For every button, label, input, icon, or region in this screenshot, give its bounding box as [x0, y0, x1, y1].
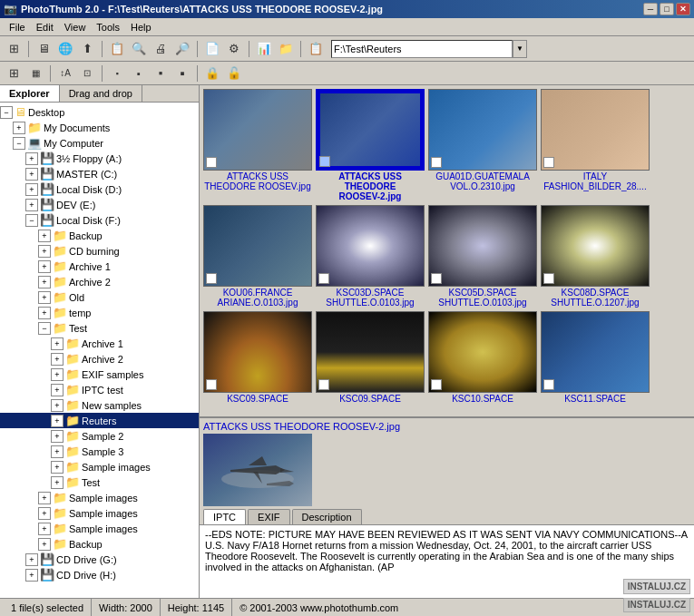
thumb-checkbox-t7[interactable]	[431, 273, 442, 284]
thumbnail-t12[interactable]: KSC11.SPACE	[541, 311, 650, 404]
expand-icon-30[interactable]: +	[25, 569, 38, 582]
thumb-checkbox-t5[interactable]	[206, 273, 217, 284]
expand-icon-19[interactable]: +	[51, 399, 64, 412]
tree-item-30[interactable]: +💾CD Drive (H:)	[0, 567, 199, 582]
expand-icon-22[interactable]: +	[51, 445, 64, 458]
thumb-checkbox-t9[interactable]	[206, 379, 217, 390]
sidebar-tab-explorer[interactable]: Explorer	[0, 85, 60, 102]
tree-item-23[interactable]: +📁Sample images	[0, 459, 199, 474]
thumb-checkbox-t4[interactable]	[543, 157, 554, 168]
thumb-checkbox-t11[interactable]	[431, 379, 442, 390]
tree-item-16[interactable]: +📁Archive 2	[0, 351, 199, 367]
expand-icon-13[interactable]: +	[38, 307, 51, 319]
tree-item-15[interactable]: +📁Archive 1	[0, 336, 199, 351]
tool2[interactable]: ⚙	[224, 39, 244, 59]
view-button[interactable]: 📋	[306, 39, 326, 59]
menu-help[interactable]: Help	[125, 20, 157, 34]
tree-item-25[interactable]: +📁Sample images	[0, 490, 199, 505]
expand-icon-23[interactable]: +	[51, 461, 64, 474]
tree-item-21[interactable]: +📁Sample 2	[0, 428, 199, 444]
thumbnail-t7[interactable]: KSC05D.SPACE SHUTTLE.O.0103.jpg	[428, 205, 537, 308]
tree-item-8[interactable]: +📁Backup	[0, 228, 199, 243]
expand-icon-3[interactable]: +	[25, 152, 38, 165]
tool3[interactable]: 📊	[254, 39, 274, 59]
view-mode-1[interactable]: ⊞	[4, 64, 24, 83]
thumbnail-t1[interactable]: ATTACKS USS THEODORE ROOSEV.jpg	[203, 89, 312, 201]
tool1[interactable]: 📄	[202, 39, 222, 59]
close-button[interactable]: ✕	[676, 3, 690, 15]
size-small[interactable]: ▪	[107, 64, 127, 83]
thumbnail-t10[interactable]: KSC09.SPACE	[316, 311, 425, 404]
menu-view[interactable]: View	[59, 20, 92, 34]
tree-item-24[interactable]: +📁Test	[0, 474, 199, 490]
expand-icon-26[interactable]: +	[38, 507, 51, 520]
expand-icon-18[interactable]: +	[51, 384, 64, 396]
tree-item-29[interactable]: +💾CD Drive (G:)	[0, 552, 199, 567]
menu-edit[interactable]: Edit	[31, 20, 59, 34]
view-thumbnails-button[interactable]: ⊞	[4, 39, 24, 59]
expand-icon-20[interactable]: +	[51, 415, 64, 427]
expand-icon-29[interactable]: +	[25, 553, 38, 566]
thumbnail-t3[interactable]: GUA01D.GUATEMALA VOL.O.2310.jpg	[428, 89, 537, 201]
tree-item-7[interactable]: −💾Local Disk (F:)	[0, 212, 199, 228]
expand-icon-14[interactable]: −	[38, 322, 51, 335]
thumbnail-t9[interactable]: KSC09.SPACE	[203, 311, 312, 404]
thumb-checkbox-t2[interactable]	[319, 156, 330, 167]
expand-icon-12[interactable]: +	[38, 291, 51, 304]
menu-file[interactable]: File	[4, 20, 31, 34]
tree-item-28[interactable]: +📁Backup	[0, 536, 199, 552]
tree-item-10[interactable]: +📁Archive 1	[0, 259, 199, 274]
expand-icon-17[interactable]: +	[51, 368, 64, 381]
tree-item-2[interactable]: −💻My Computer	[0, 135, 199, 151]
tree-item-11[interactable]: +📁Archive 2	[0, 274, 199, 289]
expand-icon-24[interactable]: +	[51, 476, 64, 489]
view-mode-2[interactable]: ▦	[25, 64, 45, 83]
tree-item-12[interactable]: +📁Old	[0, 289, 199, 305]
zoom-button[interactable]: 🔎	[172, 39, 192, 59]
minimize-button[interactable]: ─	[643, 3, 658, 15]
maximize-button[interactable]: □	[660, 3, 674, 15]
sidebar-tab-dragdrop[interactable]: Drag and drop	[60, 85, 142, 102]
thumbnail-t4[interactable]: ITALY FASHION_BILDER_28....	[541, 89, 650, 201]
expand-icon-1[interactable]: +	[13, 122, 25, 134]
expand-icon-8[interactable]: +	[38, 230, 51, 242]
expand-icon-28[interactable]: +	[38, 538, 51, 551]
expand-icon-2[interactable]: −	[13, 137, 25, 150]
expand-icon-0[interactable]: −	[0, 106, 13, 119]
tree-item-14[interactable]: −📁Test	[0, 320, 199, 336]
sort-button[interactable]: ↕A	[55, 64, 75, 83]
thumb-checkbox-t8[interactable]	[543, 273, 554, 284]
tree-item-22[interactable]: +📁Sample 3	[0, 444, 199, 459]
tree-item-0[interactable]: −🖥Desktop	[0, 104, 199, 120]
tree-item-4[interactable]: +💾MASTER (C:)	[0, 166, 199, 181]
tree-item-27[interactable]: +📁Sample images	[0, 521, 199, 536]
copy-button[interactable]: 📋	[107, 39, 127, 59]
back-button[interactable]: 🖥	[34, 39, 54, 59]
expand-icon-5[interactable]: +	[25, 183, 38, 196]
filter-button[interactable]: ⊡	[77, 64, 97, 83]
tree-item-26[interactable]: +📁Sample images	[0, 505, 199, 521]
unlock-button[interactable]: 🔓	[224, 64, 244, 83]
address-input[interactable]	[331, 40, 513, 58]
tree-item-18[interactable]: +📁IPTC test	[0, 382, 199, 397]
thumbnail-t5[interactable]: KOU06.FRANCE ARIANE.O.0103.jpg	[203, 205, 312, 308]
expand-icon-25[interactable]: +	[38, 492, 51, 504]
expand-icon-10[interactable]: +	[38, 260, 51, 273]
tree-item-19[interactable]: +📁New samples	[0, 397, 199, 413]
size-large[interactable]: ▪	[151, 64, 171, 83]
expand-icon-11[interactable]: +	[38, 276, 51, 288]
thumb-checkbox-t1[interactable]	[206, 157, 217, 168]
expand-icon-16[interactable]: +	[51, 353, 64, 366]
tree-item-13[interactable]: +📁temp	[0, 305, 199, 320]
expand-icon-4[interactable]: +	[25, 168, 38, 181]
thumb-checkbox-t6[interactable]	[318, 273, 329, 284]
tab-description[interactable]: Description	[292, 509, 362, 524]
thumbnail-t11[interactable]: KSC10.SPACE	[428, 311, 537, 404]
size-xlarge[interactable]: ▪	[172, 64, 192, 83]
size-medium[interactable]: ▪	[129, 64, 149, 83]
menu-tools[interactable]: Tools	[91, 20, 125, 34]
tree-item-5[interactable]: +💾Local Disk (D:)	[0, 181, 199, 197]
expand-icon-7[interactable]: −	[25, 214, 38, 227]
expand-icon-21[interactable]: +	[51, 430, 64, 443]
tree-item-3[interactable]: +💾3½ Floppy (A:)	[0, 151, 199, 166]
